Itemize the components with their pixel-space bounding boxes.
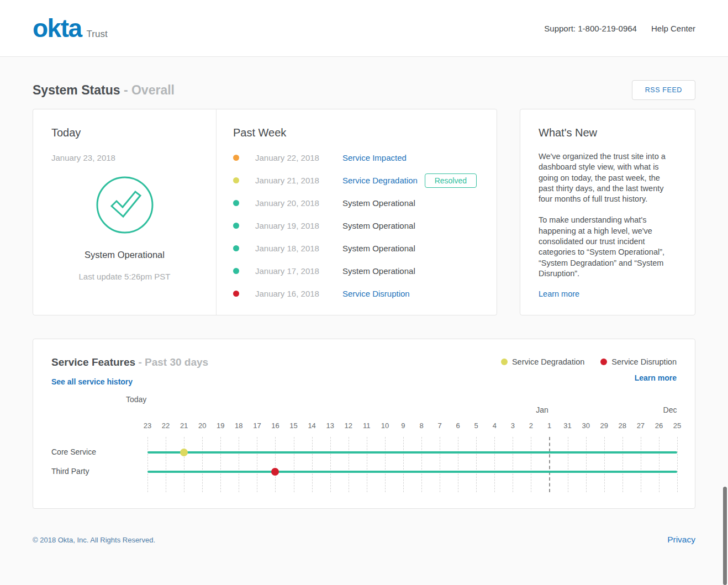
axis-tick-label: 17 (253, 421, 261, 430)
support-phone: Support: 1-800-219-0964 (544, 24, 637, 33)
page-title-main: System Status (33, 83, 120, 97)
past-week-row: January 22, 2018Service Impacted (233, 146, 477, 169)
past-week-row: January 17, 2018System Operational (233, 260, 477, 282)
today-heading: Today (51, 127, 216, 139)
resolved-badge[interactable]: Resolved (425, 173, 477, 188)
past-week-row: January 19, 2018System Operational (233, 214, 477, 237)
axis-tick-label: 1 (547, 421, 551, 430)
month-boundary-gridline (549, 437, 550, 492)
degradation-legend-dot-icon (501, 359, 508, 365)
chart-today-label: Today (126, 395, 146, 404)
today-last-update: Last update 5:26pm PST (51, 272, 216, 281)
incident-date: January 20, 2018 (255, 198, 342, 208)
gridline (604, 437, 605, 492)
logo-trust-label: Trust (87, 29, 108, 40)
see-all-service-history-link[interactable]: See all service history (51, 377, 133, 386)
service-timeline (147, 451, 677, 454)
service-features-learn-more-link[interactable]: Learn more (635, 373, 677, 382)
gridline (458, 437, 458, 492)
axis-tick-label: 12 (345, 421, 352, 430)
service-features-card: Service Features - Past 30 days Service … (33, 339, 695, 509)
axis-tick-label: 4 (493, 421, 497, 430)
logo[interactable]: okta Trust (33, 15, 108, 41)
gridline (403, 437, 404, 492)
incident-date: January 22, 2018 (255, 153, 342, 162)
whats-new-paragraph-2: To make understanding what's happening a… (539, 215, 677, 279)
axis-tick-label: 16 (271, 421, 279, 430)
gridline (257, 437, 257, 492)
past-week-row: January 16, 2018Service Disruption (233, 282, 477, 305)
help-center-link[interactable]: Help Center (651, 24, 695, 33)
whats-new-learn-more-link[interactable]: Learn more (539, 289, 579, 298)
service-row-label: Third Party (51, 467, 89, 476)
incident-date: January 18, 2018 (255, 244, 342, 253)
status-dot (233, 200, 239, 206)
status-card: Today January 23, 2018 System Operationa… (33, 109, 497, 315)
scrollbar-thumb[interactable] (723, 487, 727, 585)
axis-tick-label: 29 (600, 421, 608, 430)
whats-new-card: What's New We've organized the trust sit… (520, 109, 695, 315)
operational-check-icon (96, 176, 154, 234)
legend-label: Service Disruption (611, 357, 677, 366)
incident-status-link[interactable]: Service Impacted (342, 153, 407, 162)
copyright-text: © 2018 Okta, Inc. All Rights Reserved. (33, 536, 155, 544)
header: okta Trust Support: 1-800-219-0964 Help … (0, 0, 728, 57)
axis-tick-label: 28 (619, 421, 626, 430)
gridline (513, 437, 513, 492)
past-week-heading: Past Week (233, 127, 477, 139)
gridline (275, 437, 276, 492)
status-dot (233, 245, 239, 251)
axis-tick-label: 23 (144, 421, 151, 430)
gridline (147, 437, 148, 492)
gridline (476, 437, 477, 492)
axis-tick-label: 3 (511, 421, 515, 430)
gridline (239, 437, 239, 492)
status-dot (233, 155, 239, 161)
axis-tick-label: 14 (308, 421, 315, 430)
axis-tick-label: 7 (437, 421, 441, 430)
incident-date: January 16, 2018 (255, 289, 342, 298)
month-label: Jan (536, 405, 548, 414)
incident-status: System Operational (342, 266, 415, 276)
legend-item: Service Degradation (501, 357, 584, 366)
legend-item: Service Disruption (600, 357, 677, 366)
gridline (421, 437, 422, 492)
gridline (312, 437, 313, 492)
status-dot (233, 268, 239, 274)
gridline (641, 437, 641, 492)
whats-new-paragraph-1: We've organized the trust site into a da… (539, 151, 677, 204)
gridline (202, 437, 203, 492)
axis-tick-label: 18 (235, 421, 242, 430)
incident-status-link[interactable]: Service Degradation (342, 176, 418, 185)
gridline (220, 437, 221, 492)
service-timeline (147, 471, 677, 473)
gridline (367, 437, 367, 492)
disruption-legend-dot-icon (600, 359, 607, 365)
axis-tick-label: 31 (563, 421, 571, 430)
rss-feed-button[interactable]: RSS FEED (632, 80, 695, 100)
gridline (568, 437, 568, 492)
past-week-section: Past Week January 22, 2018Service Impact… (217, 109, 497, 315)
axis-tick-label: 27 (637, 421, 645, 430)
gridline (494, 437, 495, 492)
service-features-subtitle: - Past 30 days (138, 356, 208, 368)
gridline (294, 437, 294, 492)
today-status-text: System Operational (51, 250, 216, 260)
incident-status-link[interactable]: Service Disruption (342, 289, 410, 298)
gridline (623, 437, 623, 492)
incident-dot[interactable] (180, 449, 188, 456)
status-dot (233, 177, 239, 183)
whats-new-heading: What's New (539, 127, 677, 139)
service-row-label: Core Service (51, 447, 96, 456)
today-section: Today January 23, 2018 System Operationa… (33, 109, 217, 315)
incident-dot[interactable] (271, 468, 279, 476)
axis-tick-label: 2 (529, 421, 533, 430)
service-features-title: Service Features (51, 356, 135, 368)
incident-date: January 19, 2018 (255, 221, 342, 230)
incident-date: January 21, 2018 (255, 176, 342, 185)
okta-logo[interactable]: okta (33, 15, 82, 41)
gridline (440, 437, 440, 492)
axis-tick-label: 26 (655, 421, 663, 430)
privacy-link[interactable]: Privacy (667, 535, 695, 545)
past-week-row: January 18, 2018System Operational (233, 237, 477, 260)
